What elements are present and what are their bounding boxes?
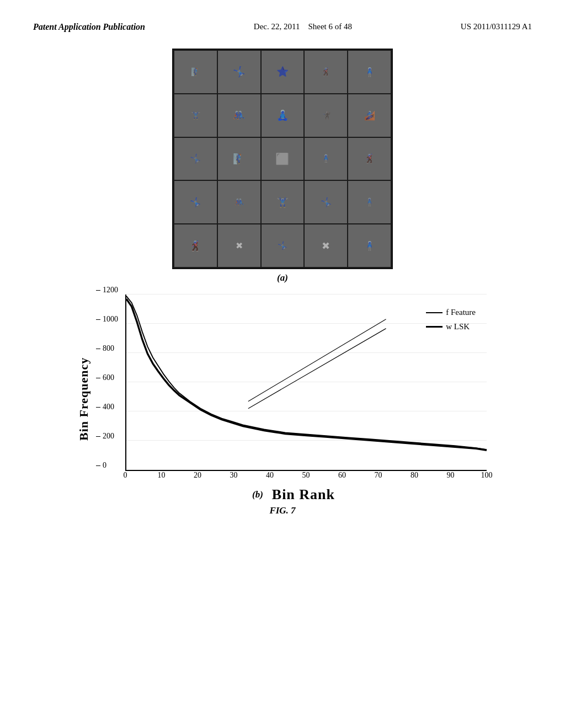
sheet-info: Sheet 6 of 48 bbox=[308, 22, 352, 31]
mosaic-cell: 🧗 bbox=[174, 51, 217, 93]
mosaic-cell: 🤸 bbox=[305, 181, 347, 223]
page-content: 🧗 🤸 ⭐ 🕺 🧍 🏋 🤼 🧘 🤺 🏄 🤸 🧗 ⬛ 🧍 🕺 🤸 🤼 🏋 🤸 🧍 … bbox=[0, 32, 565, 516]
arrow-f bbox=[248, 319, 386, 402]
figure-a-caption: (a) bbox=[277, 272, 288, 283]
mosaic-cell: 🤸 bbox=[262, 224, 304, 267]
arrow-w bbox=[248, 329, 386, 409]
mosaic-cell: 🤺 bbox=[305, 94, 347, 137]
mosaic-cell: 🤸 bbox=[218, 51, 260, 93]
mosaic-cell: 🤼 bbox=[218, 94, 260, 137]
x-tick-90: 90 bbox=[447, 471, 455, 480]
x-tick-30: 30 bbox=[230, 471, 238, 480]
figure-b-caption: (b) bbox=[252, 489, 263, 500]
mosaic-cell: ⬛ bbox=[262, 138, 304, 180]
x-tick-70: 70 bbox=[375, 471, 382, 480]
chart-with-axes: 0 200 400 600 bbox=[95, 295, 492, 503]
y-tick-600: 600 bbox=[96, 373, 114, 382]
page-header: Patent Application Publication Dec. 22, … bbox=[0, 0, 565, 32]
x-tick-10: 10 bbox=[158, 471, 166, 480]
publication-title: Patent Application Publication bbox=[33, 22, 145, 32]
mosaic-cell: ✖ bbox=[305, 224, 347, 267]
y-tick-1000: 1000 bbox=[96, 315, 118, 324]
chart-area: Bin Frequency 0 200 400 bbox=[73, 295, 492, 503]
mosaic-cell: 🧘 bbox=[262, 94, 304, 137]
figure-a: 🧗 🤸 ⭐ 🕺 🧍 🏋 🤼 🧘 🤺 🏄 🤸 🧗 ⬛ 🧍 🕺 🤸 🤼 🏋 🤸 🧍 … bbox=[172, 49, 393, 283]
legend-lsk: w LSK bbox=[426, 320, 476, 334]
y-axis-label: Bin Frequency bbox=[73, 295, 95, 503]
x-tick-100: 100 bbox=[481, 471, 493, 480]
mosaic-cell: 🤸 bbox=[174, 138, 217, 180]
x-axis-title: Bin Rank bbox=[272, 486, 335, 503]
mosaic-cell: 🧍 bbox=[348, 224, 391, 267]
mosaic-cell: 🧍 bbox=[348, 51, 391, 93]
legend-line-lsk bbox=[426, 326, 443, 328]
image-mosaic: 🧗 🤸 ⭐ 🕺 🧍 🏋 🤼 🧘 🤺 🏄 🤸 🧗 ⬛ 🧍 🕺 🤸 🤼 🏋 🤸 🧍 … bbox=[172, 49, 393, 269]
mosaic-cell: 🕺 bbox=[174, 224, 217, 267]
mosaic-cell: 🧍 bbox=[348, 181, 391, 223]
mosaic-cell: 🏋 bbox=[262, 181, 304, 223]
legend-lsk-label: w LSK bbox=[446, 320, 470, 334]
x-tick-40: 40 bbox=[266, 471, 274, 480]
mosaic-cell: 🤼 bbox=[218, 181, 260, 223]
legend-feature-label: f Feature bbox=[446, 306, 476, 320]
mosaic-cell: 🏄 bbox=[348, 94, 391, 137]
publication-date: Dec. 22, 2011 bbox=[254, 22, 300, 31]
publication-date-sheet: Dec. 22, 2011 Sheet 6 of 48 bbox=[254, 22, 352, 31]
mosaic-cell: 🤸 bbox=[174, 181, 217, 223]
chart-legend: f Feature w LSK bbox=[426, 306, 476, 334]
mosaic-cell: 🏋 bbox=[174, 94, 217, 137]
x-tick-0: 0 bbox=[124, 471, 127, 480]
mosaic-cell: 🧍 bbox=[305, 138, 347, 180]
y-tick-800: 800 bbox=[96, 344, 114, 353]
mosaic-cell: 🕺 bbox=[348, 138, 391, 180]
tick-line bbox=[96, 465, 100, 466]
mosaic-cell: 🕺 bbox=[305, 51, 347, 93]
y-tick-400: 400 bbox=[96, 403, 114, 411]
chart-inner: 0 200 400 600 bbox=[125, 295, 487, 471]
legend-line-feature bbox=[426, 312, 443, 313]
x-tick-80: 80 bbox=[411, 471, 418, 480]
mosaic-cell: ✖ bbox=[218, 224, 260, 267]
x-tick-20: 20 bbox=[194, 471, 201, 480]
mosaic-cell: ⭐ bbox=[262, 51, 304, 93]
y-tick-1200: 1200 bbox=[96, 286, 118, 295]
figure-b: Bin Frequency 0 200 400 bbox=[73, 295, 492, 516]
x-tick-50: 50 bbox=[302, 471, 310, 480]
y-tick-0: 0 bbox=[96, 461, 106, 470]
mosaic-cell: 🧗 bbox=[218, 138, 260, 180]
x-ticks-row: 0 10 20 30 40 50 60 70 80 90 100 bbox=[125, 471, 487, 484]
x-tick-60: 60 bbox=[338, 471, 346, 480]
x-axis-labels: (b) Bin Rank bbox=[95, 486, 492, 503]
figure-title: FIG. 7 bbox=[269, 505, 295, 516]
y-tick-200: 200 bbox=[96, 432, 114, 441]
patent-number: US 2011/0311129 A1 bbox=[461, 22, 532, 31]
legend-feature: f Feature bbox=[426, 306, 476, 320]
